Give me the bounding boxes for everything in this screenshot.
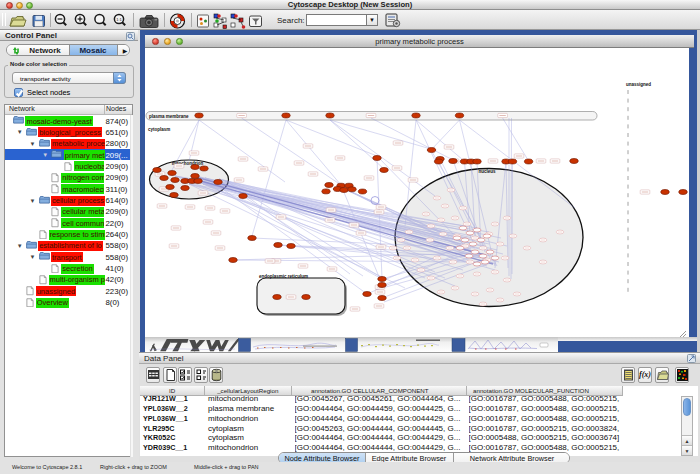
svg-text:nucleus: nucleus <box>478 169 496 174</box>
svg-text:cytoplasm: cytoplasm <box>148 127 170 132</box>
svg-text:1:1: 1:1 <box>116 17 122 22</box>
svg-text:plasma membrane: plasma membrane <box>149 114 189 119</box>
svg-text:endoplasmic reticulum: endoplasmic reticulum <box>259 274 308 279</box>
svg-text:unassigned: unassigned <box>626 82 651 87</box>
